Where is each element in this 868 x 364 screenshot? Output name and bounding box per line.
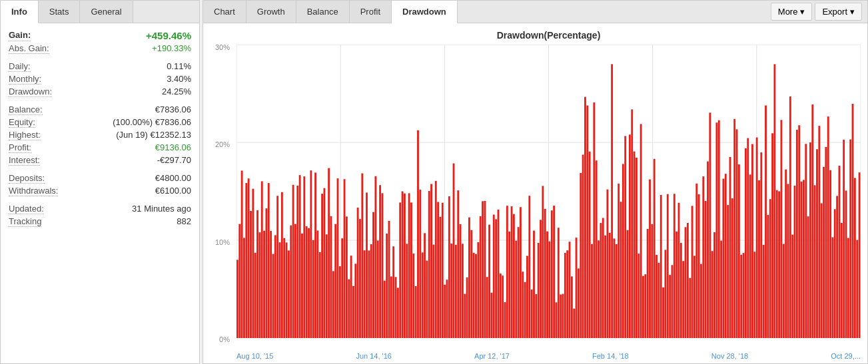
info-body: Gain: +459.46% Abs. Gain: +190.33% Daily… [1, 23, 199, 363]
y-axis-labels: 30% 20% 10% 0% [203, 43, 233, 343]
gain-row: Gain: +459.46% [9, 30, 191, 41]
profit-value: €9136.06 [155, 142, 191, 153]
withdrawals-label: Withdrawals: [9, 186, 58, 196]
abs-gain-row: Abs. Gain: +190.33% [9, 43, 191, 54]
x-axis-labels: Aug 10, '15 Jun 14, '16 Apr 12, '17 Feb … [236, 352, 861, 360]
withdrawals-value: €6100.00 [155, 186, 191, 196]
equity-row: Equity: (100.00%) €7836.06 [9, 117, 191, 128]
interest-row: Interest: -€297.70 [9, 155, 191, 166]
gain-value: +459.46% [146, 30, 191, 41]
y-label-10: 10% [215, 238, 230, 246]
gain-label: Gain: [9, 30, 31, 41]
tab-growth[interactable]: Growth [246, 1, 296, 23]
drawdown-chart-canvas [236, 45, 861, 338]
left-panel: Info Stats General Gain: +459.46% Abs. G… [0, 0, 200, 364]
y-label-0: 0% [219, 335, 230, 343]
chart-tab-bar: Chart Growth Balance Profit Drawdown Mor… [203, 1, 867, 23]
x-label-5: Oct 29,... [831, 352, 861, 360]
updated-label: Updated: [9, 204, 44, 214]
tracking-value: 882 [177, 216, 191, 227]
highest-row: Highest: (Jun 19) €12352.13 [9, 130, 191, 140]
drawdown-value: 24.25% [162, 87, 191, 97]
daily-row: Daily: 0.11% [9, 61, 191, 72]
y-label-20: 20% [215, 140, 230, 148]
x-label-0: Aug 10, '15 [236, 352, 273, 360]
monthly-value: 3.40% [167, 74, 191, 85]
drawdown-label: Drawdown: [9, 87, 52, 97]
deposits-label: Deposits: [9, 173, 45, 184]
y-label-30: 30% [215, 43, 230, 51]
profit-label: Profit: [9, 142, 31, 153]
right-panel: Chart Growth Balance Profit Drawdown Mor… [203, 0, 868, 364]
balance-label: Balance: [9, 104, 43, 115]
drawdown-row: Drawdown: 24.25% [9, 87, 191, 97]
export-button[interactable]: Export ▾ [815, 3, 862, 21]
x-label-3: Feb 14, '18 [592, 352, 629, 360]
chart-area: Drawdown(Percentage) 30% 20% 10% 0% Aug … [203, 23, 867, 363]
monthly-label: Monthly: [9, 74, 41, 85]
deposits-value: €4800.00 [155, 173, 191, 184]
profit-row: Profit: €9136.06 [9, 142, 191, 153]
x-label-1: Jun 14, '16 [356, 352, 391, 360]
balance-value: €7836.06 [155, 104, 191, 115]
abs-gain-value: +190.33% [152, 43, 191, 54]
monthly-row: Monthly: 3.40% [9, 74, 191, 85]
tracking-label: Tracking [9, 216, 41, 227]
chart-canvas-wrap [236, 45, 861, 338]
tab-profit[interactable]: Profit [350, 1, 392, 23]
balance-row: Balance: €7836.06 [9, 104, 191, 115]
tab-info[interactable]: Info [1, 1, 39, 23]
tab-stats[interactable]: Stats [39, 1, 81, 23]
deposits-row: Deposits: €4800.00 [9, 173, 191, 184]
more-button[interactable]: More ▾ [771, 3, 813, 21]
left-tab-bar: Info Stats General [1, 1, 199, 23]
x-label-4: Nov 28, '18 [711, 352, 748, 360]
daily-label: Daily: [9, 61, 31, 72]
chart-tab-right: More ▾ Export ▾ [771, 3, 867, 21]
chart-title: Drawdown(Percentage) [236, 30, 861, 41]
tracking-row: Tracking 882 [9, 216, 191, 227]
updated-value: 31 Minutes ago [132, 204, 191, 214]
interest-label: Interest: [9, 155, 40, 166]
interest-value: -€297.70 [157, 155, 191, 166]
highest-value: (Jun 19) €12352.13 [116, 130, 191, 140]
tab-general[interactable]: General [80, 1, 133, 23]
abs-gain-label: Abs. Gain: [9, 43, 49, 54]
tab-drawdown[interactable]: Drawdown [392, 1, 458, 23]
equity-label: Equity: [9, 117, 35, 128]
tab-balance[interactable]: Balance [296, 1, 350, 23]
daily-value: 0.11% [167, 61, 191, 72]
highest-label: Highest: [9, 130, 41, 140]
tab-chart[interactable]: Chart [203, 1, 246, 23]
chevron-down-icon: ▾ [800, 7, 805, 17]
updated-row: Updated: 31 Minutes ago [9, 204, 191, 214]
withdrawals-row: Withdrawals: €6100.00 [9, 186, 191, 196]
equity-value: (100.00%) €7836.06 [113, 117, 191, 128]
x-label-2: Apr 12, '17 [474, 352, 510, 360]
chevron-down-icon: ▾ [850, 7, 855, 17]
